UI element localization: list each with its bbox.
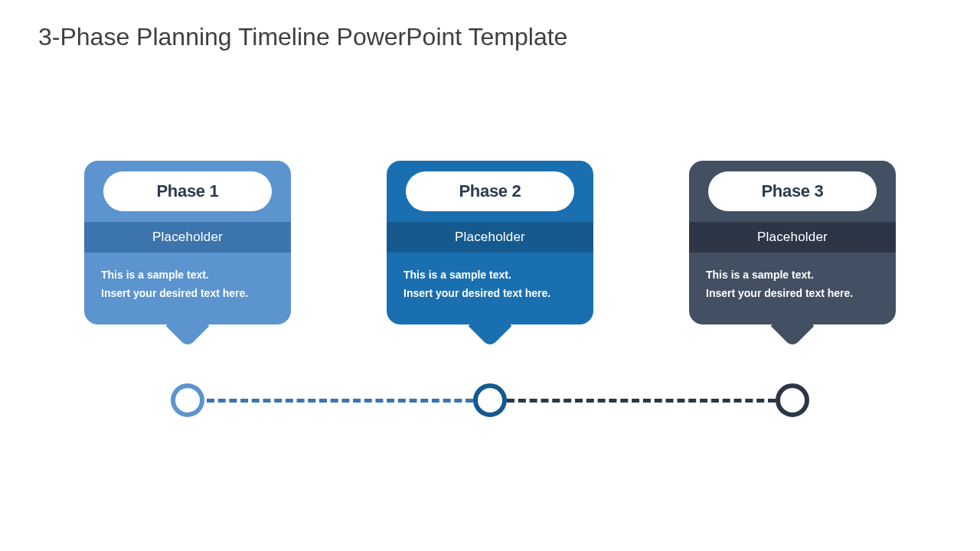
phase-body-2-line2: Insert your desired text here.	[403, 285, 577, 303]
phase-pill-3: Phase 3	[708, 171, 877, 211]
phase-card-3: Phase 3 Placeholder This is a sample tex…	[689, 161, 896, 324]
timeline-segment-1	[207, 399, 473, 403]
diagram-stage: Phase 1 Placeholder This is a sample tex…	[0, 0, 980, 551]
timeline-node-2	[473, 383, 507, 417]
timeline-node-3	[776, 383, 809, 417]
timeline-segment-2	[507, 399, 776, 403]
phase-card-2: Phase 2 Placeholder This is a sample tex…	[387, 161, 593, 324]
phase-body-1-line1: This is a sample text.	[101, 266, 274, 285]
phase-subtitle-2: Placeholder	[387, 222, 593, 253]
phase-body-3-line2: Insert your desired text here.	[706, 285, 879, 303]
timeline-node-1	[171, 383, 204, 417]
phase-subtitle-3: Placeholder	[689, 222, 896, 253]
phase-body-2-line1: This is a sample text.	[403, 266, 577, 285]
phase-pill-2: Phase 2	[406, 171, 574, 211]
phase-subtitle-1: Placeholder	[84, 222, 291, 253]
phase-body-1-line2: Insert your desired text here.	[101, 285, 274, 303]
phase-body-3-line1: This is a sample text.	[706, 266, 879, 285]
phase-card-1: Phase 1 Placeholder This is a sample tex…	[84, 161, 291, 324]
phase-pill-1: Phase 1	[103, 171, 272, 211]
